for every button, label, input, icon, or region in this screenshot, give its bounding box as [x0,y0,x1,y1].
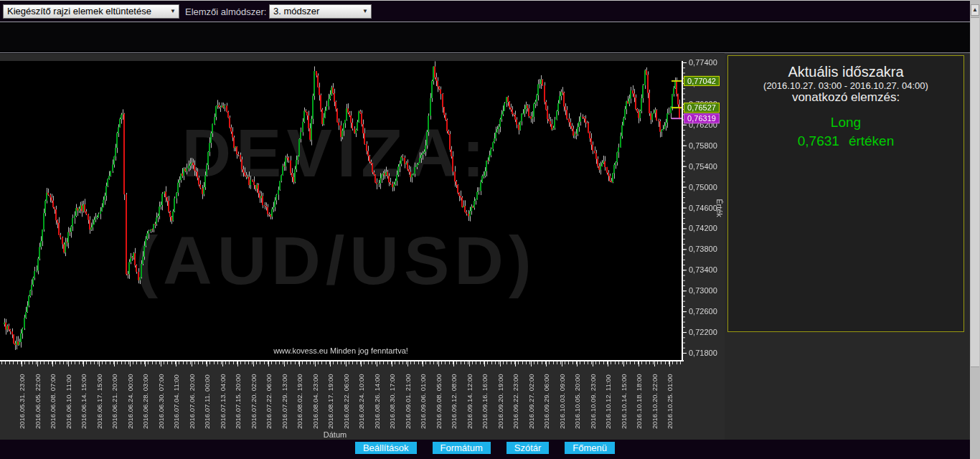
settings-button[interactable]: Beállítások [355,442,417,454]
analysis-subtitle: vonatkozó elemzés: [728,91,963,104]
format-button[interactable]: Formátum [433,442,491,454]
signal-value-line: 0,7631értéken [728,133,963,149]
dictionary-button[interactable]: Szótár [507,442,550,454]
footer-bar: Beállítások Formátum Szótár Főmenü [0,440,970,459]
analysis-submethod-select-value: 3. módszer [273,6,319,16]
scroll-up-icon: ▲ [972,6,978,13]
scrollbar[interactable]: ▲ [970,0,980,459]
candlestick-chart [0,54,725,440]
dropdown-arrow-icon: ▼ [362,9,368,14]
signal-price-suffix: értéken [849,133,894,148]
main-menu-button[interactable]: Főmenü [565,442,615,454]
dropdown-arrow-icon: ▼ [170,9,176,14]
main-content: Aktuális időszakra (2016.10.27. 03:00 - … [0,53,970,440]
analysis-period: (2016.10.27. 03:00 - 2016.10.27. 04:00) [728,80,963,91]
draw-elements-select-value: Kiegészítő rajzi elemek eltüntetése [7,6,151,16]
footer-menu: Beállítások Formátum Szótár Főmenü [0,442,970,454]
app-page: Kiegészítő rajzi elemek eltüntetése ▼ El… [0,0,980,459]
signal-direction: Long [728,115,963,131]
scrollbar-thumb[interactable] [971,17,979,367]
analysis-column: Aktuális időszakra (2016.10.27. 03:00 - … [725,53,970,440]
top-toolbar: Kiegészítő rajzi elemek eltüntetése ▼ El… [0,0,970,22]
analysis-panel: Aktuális időszakra (2016.10.27. 03:00 - … [727,55,964,332]
signal-price: 0,7631 [798,133,839,148]
chart-toolbar: DEVIZA: (AUD/USD) ▼ tól: ig: lépték: órá… [0,22,970,53]
draw-elements-select[interactable]: Kiegészítő rajzi elemek eltüntetése ▼ [3,4,179,19]
analysis-submethod-label: Elemzői almódszer: [185,1,266,23]
scroll-up-button[interactable]: ▲ [971,4,979,16]
analysis-submethod-select[interactable]: 3. módszer ▼ [269,4,372,19]
analysis-title: Aktuális időszakra [728,64,963,80]
